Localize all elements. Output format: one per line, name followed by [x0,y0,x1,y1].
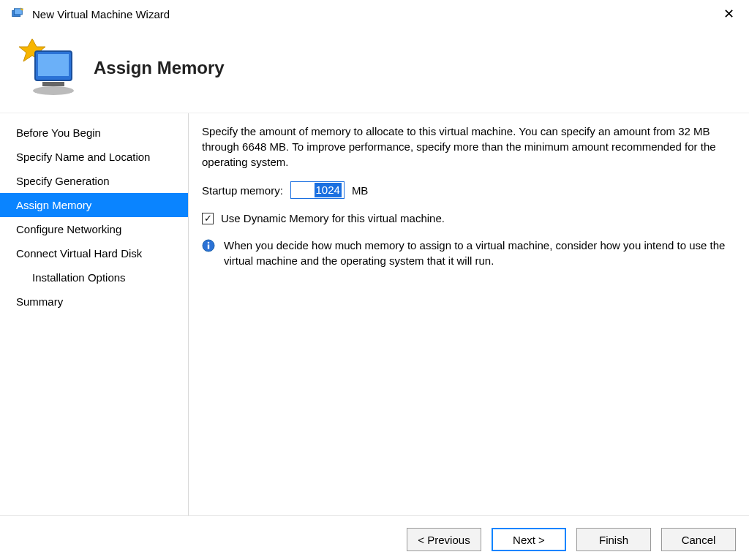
nav-item-installation-options[interactable]: Installation Options [0,265,188,290]
info-row: When you decide how much memory to assig… [202,238,736,268]
nav-item-summary[interactable]: Summary [0,290,188,314]
startup-memory-input[interactable]: 1024 [290,181,345,199]
startup-memory-label: Startup memory: [202,183,283,198]
nav-item-before-you-begin[interactable]: Before You Begin [0,121,188,145]
info-icon [202,239,215,252]
dynamic-memory-checkbox[interactable]: ✓ [202,213,214,224]
header-banner: Assign Memory [0,26,749,113]
dynamic-memory-row: ✓ Use Dynamic Memory for this virtual ma… [202,211,736,226]
nav-item-configure-networking[interactable]: Configure Networking [0,217,188,241]
svg-point-7 [33,86,74,95]
dynamic-memory-label: Use Dynamic Memory for this virtual mach… [221,211,445,226]
page-title: Assign Memory [94,58,225,78]
nav-item-specify-generation[interactable]: Specify Generation [0,169,188,193]
cancel-button[interactable]: Cancel [661,528,736,551]
window-title: New Virtual Machine Wizard [32,8,718,20]
wizard-footer: < Previous Next > Finish Cancel [0,515,749,560]
server-star-icon [15,37,80,99]
next-button[interactable]: Next > [492,528,566,551]
description-text: Specify the amount of memory to allocate… [202,124,736,170]
previous-button[interactable]: < Previous [407,528,481,551]
startup-memory-unit: MB [352,183,369,198]
svg-rect-6 [42,82,64,86]
finish-button[interactable]: Finish [576,528,651,551]
wizard-content: Specify the amount of memory to allocate… [189,113,749,515]
titlebar: New Virtual Machine Wizard ✕ [0,0,749,26]
startup-memory-row: Startup memory: 1024 MB [202,181,736,199]
nav-item-connect-virtual-hard-disk[interactable]: Connect Virtual Hard Disk [0,241,188,265]
wizard-body: Before You BeginSpecify Name and Locatio… [0,113,749,515]
app-icon [10,7,25,21]
close-icon[interactable]: ✕ [718,7,740,20]
svg-rect-10 [208,245,209,249]
nav-item-specify-name-and-location[interactable]: Specify Name and Location [0,145,188,169]
svg-point-9 [208,242,210,244]
nav-item-assign-memory[interactable]: Assign Memory [0,193,188,217]
wizard-nav: Before You BeginSpecify Name and Locatio… [0,113,189,515]
svg-rect-5 [38,54,69,76]
info-text: When you decide how much memory to assig… [224,238,736,268]
